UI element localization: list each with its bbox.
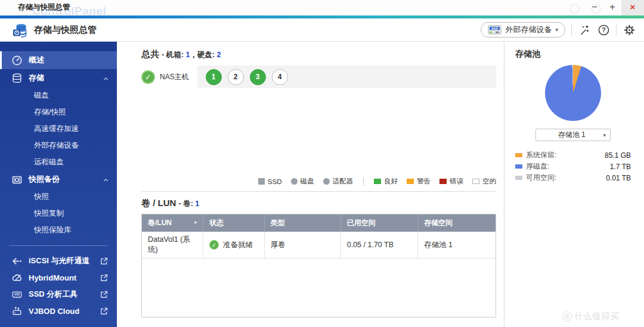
sidebar-item-remote-disk[interactable]: 远程磁盘 [0, 154, 117, 170]
sidebar-item-iscsi-fc[interactable]: iSCSI 与光纤通道 [0, 253, 117, 269]
external-storage-device-button[interactable]: RAID 外部存储设备 ▾ [481, 22, 565, 38]
disk-label: ，硬盘: [190, 51, 215, 59]
disk-slot-3[interactable]: 3 [250, 69, 266, 85]
swatch-thick-volume [515, 164, 522, 169]
sidebar-item-ssd-profiling[interactable]: SSD SSD 分析工具 [0, 286, 117, 303]
svg-text:RAID: RAID [491, 27, 499, 30]
disk-slot-4[interactable]: 4 [272, 69, 288, 85]
sidebar-item-hybridmount[interactable]: HybridMount [0, 269, 117, 286]
check-circle-icon: ✓ [141, 70, 155, 84]
selected-pool-label: 存储池 1 [540, 130, 603, 140]
disk-slot-1[interactable]: 1 [206, 69, 222, 85]
caret-down-icon: ▾ [603, 132, 606, 138]
external-link-icon [100, 307, 109, 316]
divider [571, 24, 572, 35]
legend-empty: 空的 [472, 177, 496, 186]
circle-swatch [323, 178, 330, 185]
pool-legend-row-thick-volume: 厚磁盘: 1.7 TB [515, 161, 631, 172]
drive-arrows-icon [11, 306, 23, 317]
pool-selector-dropdown[interactable]: 存储池 1 ▾ [535, 129, 611, 141]
sidebar-item-snapshot-replica[interactable]: 快照复制 [0, 205, 117, 222]
sidebar-item-label: 概述 [29, 55, 110, 66]
disk-slot-2[interactable]: 2 [228, 69, 244, 85]
column-header-storage-space[interactable]: 存储空间 [418, 214, 496, 232]
sidebar-item-cache-acceleration[interactable]: 高速缓存加速 [0, 120, 117, 137]
sidebar-item-snapshots[interactable]: 快照 [0, 188, 117, 205]
volumes-heading: 卷 / LUN - 卷: 1 [141, 198, 496, 209]
status-swatch-empty [472, 179, 479, 184]
gear-icon[interactable] [623, 23, 636, 36]
sidebar-item-label: SSD 分析工具 [29, 289, 100, 300]
help-icon[interactable]: ? [597, 23, 610, 36]
magic-wand-icon[interactable] [578, 23, 591, 36]
app-window: ControlPanel 存储与快照总管 − + × IO 存储与快照总管 [0, 0, 644, 327]
ssd-icon: SSD [11, 289, 23, 300]
sidebar-item-disks[interactable]: 磁盘 [0, 87, 117, 104]
square-swatch [258, 178, 265, 185]
cell-storage-pool: 存储池 1 [418, 232, 496, 259]
target-arrow-icon [11, 256, 23, 267]
titlebar: ControlPanel 存储与快照总管 − + × [0, 0, 644, 15]
sidebar-item-label: HybridMount [29, 273, 100, 282]
cell-status: ✓ 准备就绪 [203, 232, 265, 259]
column-header-status[interactable]: 状态 [203, 214, 265, 232]
pool-panel-title: 存储池 [515, 49, 631, 60]
column-header-type[interactable]: 类型 [264, 214, 340, 232]
cell-used-space: 0.05 / 1.70 TB [340, 232, 417, 259]
external-device-button-label: 外部存储设备 [505, 24, 552, 35]
background-ghost-icon [569, 4, 580, 14]
legend-error: 错误 [439, 177, 463, 186]
disk-slot-strip: 1 2 3 4 [197, 66, 496, 88]
circle-swatch [291, 178, 298, 185]
external-link-icon [100, 290, 109, 299]
sidebar-item-snapshot-backup[interactable]: 快照备份 [0, 170, 117, 188]
sidebar-item-label: 快照备份 [29, 174, 102, 185]
check-circle-icon: ✓ [209, 240, 219, 250]
legend-ssd: SSD [258, 178, 282, 185]
sidebar-item-label: VJBOD Cloud [29, 307, 100, 316]
window-title: 存储与快照总管 [18, 0, 70, 15]
column-header-used-space[interactable]: 已用空间 [340, 214, 417, 232]
sidebar-item-label: 存储 [29, 73, 102, 83]
overview-heading: 总共 - 机箱: 1，硬盘: 2 [141, 49, 496, 60]
svg-text:IO: IO [16, 32, 18, 34]
page-title: 存储与快照总管 [34, 24, 97, 36]
pool-usage-pie-chart [545, 65, 601, 121]
table-row-datavol1[interactable]: DataVol1 (系统) ✓ 准备就绪 厚卷 0.05 / 1.70 TB 存 [142, 232, 496, 259]
legend-disk: 磁盘 [291, 177, 314, 186]
nas-host-row[interactable]: ✓ NAS主机 1 2 3 4 [141, 66, 496, 88]
swatch-free-space [515, 176, 522, 180]
sidebar-item-storage-snapshots[interactable]: 存储/快照 [0, 104, 117, 120]
sort-asc-icon: ▴ [194, 219, 197, 225]
table-header-row: ▴ 卷/LUN 状态 类型 已用空间 存储空间 [142, 214, 496, 232]
main-content: 总共 - 机箱: 1，硬盘: 2 ✓ NAS主机 1 2 3 4 [117, 42, 504, 327]
external-link-icon [100, 257, 109, 266]
sidebar-item-overview[interactable]: 概述 [0, 51, 117, 69]
sidebar-item-snapshot-vault[interactable]: 快照保险库 [0, 222, 117, 238]
raid-drive-icon: RAID [488, 25, 501, 35]
legend-warning: 警告 [407, 177, 431, 186]
total-label: 总共 [141, 49, 159, 59]
volume-count-label: - 卷: [179, 200, 193, 208]
sidebar-item-external-storage[interactable]: 外部存储设备 [0, 137, 117, 154]
column-header-volume-lun[interactable]: ▴ 卷/LUN [142, 214, 203, 232]
sidebar-item-label: iSCSI 与光纤通道 [29, 256, 100, 266]
status-swatch-error [439, 179, 447, 184]
legend-separator [363, 177, 364, 186]
disk-stack-icon [11, 73, 23, 84]
pool-legend-row-free-space: 可用空间: 0.01 TB [515, 172, 631, 183]
volume-count: 1 [195, 200, 199, 208]
minimize-button[interactable]: − [586, 0, 603, 15]
cell-volume-name: DataVol1 (系统) [142, 232, 203, 259]
camera-icon [11, 174, 23, 185]
close-button[interactable]: × [621, 0, 644, 15]
header-actions: RAID 外部存储设备 ▾ [481, 22, 636, 38]
smzdm-watermark: 值 什么值得买 [562, 311, 619, 322]
sidebar-item-storage[interactable]: 存储 [0, 69, 117, 87]
maximize-button[interactable]: + [603, 0, 621, 15]
storage-pool-panel: 存储池 存储池 1 ▾ 系统保留: 85.1 GB 厚磁盘: 1.7 TB [504, 42, 644, 327]
legend-good: 良好 [374, 177, 398, 186]
storage-snapshots-app-icon: IO [12, 22, 28, 38]
sidebar: 概述 存储 磁盘 存储/快照 高速缓存加速 外部存储设备 远程磁盘 [0, 42, 117, 327]
sidebar-item-vjbod-cloud[interactable]: VJBOD Cloud [0, 303, 117, 319]
